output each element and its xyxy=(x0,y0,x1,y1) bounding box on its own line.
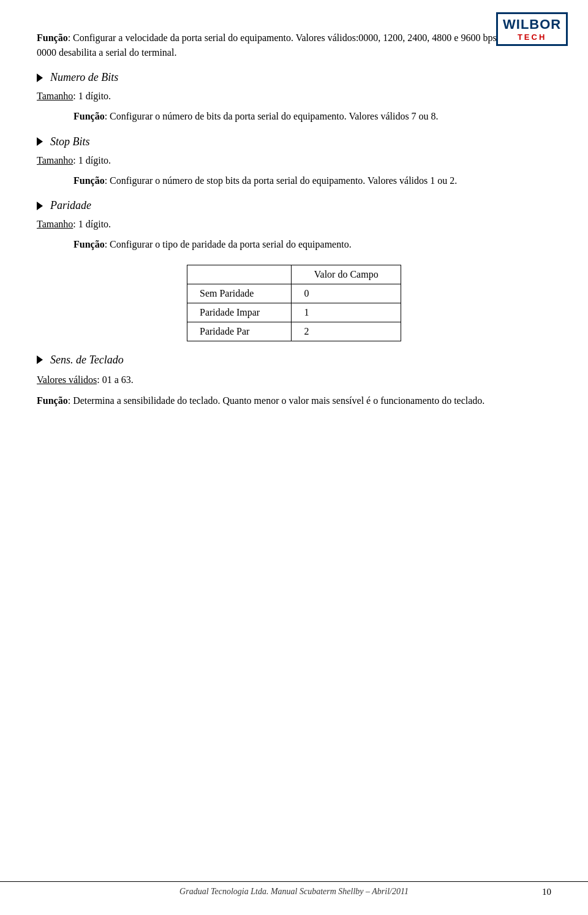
table-row: Paridade Par2 xyxy=(187,322,401,341)
paridade-funcao: Função: Configurar o tipo de paridade da… xyxy=(74,237,551,252)
valores-validos-text: : 01 a 63. xyxy=(97,374,134,385)
arrow-icon-numero xyxy=(37,74,43,82)
table-col-empty xyxy=(187,265,292,284)
table-row: Sem Paridade0 xyxy=(187,284,401,303)
tamanho-text-1: : 1 dígito. xyxy=(73,91,111,101)
valores-1: Valores válidos 7 ou 8. xyxy=(349,111,438,121)
intro-funcao-para: Função: Configurar a velocidade da porta… xyxy=(37,31,551,60)
funcao-text-3: : Configurar o tipo de paridade da porta… xyxy=(105,239,352,249)
arrow-icon-stop xyxy=(37,137,43,146)
stop-bits-heading: Stop Bits xyxy=(37,135,551,148)
stop-bits-label: Stop Bits xyxy=(50,135,90,148)
sens-teclado-heading: Sens. de Teclado xyxy=(37,354,551,366)
sens-teclado-valores: Valores válidos: 01 a 63. xyxy=(37,373,551,387)
valores-validos-label: Valores válidos xyxy=(37,374,97,385)
tamanho-text-2: : 1 dígito. xyxy=(73,155,111,165)
funcao-text-1: : Configurar o número de bits da porta s… xyxy=(105,111,347,121)
page: WILBOR TECH Função: Configurar a velocid… xyxy=(0,0,588,915)
table-cell-label: Paridade Impar xyxy=(187,303,292,322)
arrow-icon-sens xyxy=(37,355,43,364)
table-row: Paridade Impar1 xyxy=(187,303,401,322)
tamanho-label-1: Tamanho xyxy=(37,91,73,101)
table-cell-value: 0 xyxy=(292,284,401,303)
arrow-icon-paridade xyxy=(37,202,43,210)
paridade-table: Valor do Campo Sem Paridade0Paridade Imp… xyxy=(187,265,401,341)
tamanho-text-3: : 1 dígito. xyxy=(73,219,111,229)
sens-teclado-funcao: Função: Determina a sensibilidade do tec… xyxy=(37,393,551,408)
funcao-label-3: Função xyxy=(74,239,105,249)
footer: Gradual Tecnologia Ltda. Manual Scubater… xyxy=(0,881,588,897)
intro-funcao-label: Função xyxy=(37,32,68,43)
numero-bits-funcao: Função: Configurar o número de bits da p… xyxy=(74,108,551,124)
logo-tech: TECH xyxy=(518,32,546,42)
footer-text: Gradual Tecnologia Ltda. Manual Scubater… xyxy=(179,887,409,896)
table-cell-label: Sem Paridade xyxy=(187,284,292,303)
numero-de-bits-label: Numero de Bits xyxy=(50,71,118,84)
funcao-label-2: Função xyxy=(74,175,105,186)
intro-funcao-text1: : Configurar a velocidade da porta seria… xyxy=(68,32,293,43)
page-number: 10 xyxy=(542,887,551,897)
tamanho-label-3: Tamanho xyxy=(37,219,73,229)
paridade-tamanho: Tamanho: 1 dígito. xyxy=(37,217,551,232)
funcao-label-4: Função xyxy=(37,395,68,406)
stop-bits-tamanho: Tamanho: 1 dígito. xyxy=(37,153,551,168)
tamanho-label-2: Tamanho xyxy=(37,155,73,165)
funcao-text-2: : Configurar o número de stop bits da po… xyxy=(105,175,458,186)
table-col-valor: Valor do Campo xyxy=(292,265,401,284)
logo-wilbor: WILBOR xyxy=(503,17,561,32)
numero-de-bits-heading: Numero de Bits xyxy=(37,71,551,84)
sens-teclado-label: Sens. de Teclado xyxy=(50,354,124,366)
numero-bits-tamanho: Tamanho: 1 dígito. xyxy=(37,89,551,104)
logo: WILBOR TECH xyxy=(496,12,564,46)
table-cell-value: 2 xyxy=(292,322,401,341)
table-cell-label: Paridade Par xyxy=(187,322,292,341)
paridade-heading: Paridade xyxy=(37,199,551,212)
table-cell-value: 1 xyxy=(292,303,401,322)
funcao-label-1: Função xyxy=(74,111,105,121)
logo-box: WILBOR TECH xyxy=(496,12,568,46)
funcao-text-4: Determina a sensibilidade do teclado. Qu… xyxy=(70,395,484,406)
paridade-label: Paridade xyxy=(50,199,91,212)
content: Função: Configurar a velocidade da porta… xyxy=(37,31,551,408)
stop-bits-funcao: Função: Configurar o número de stop bits… xyxy=(74,173,551,189)
